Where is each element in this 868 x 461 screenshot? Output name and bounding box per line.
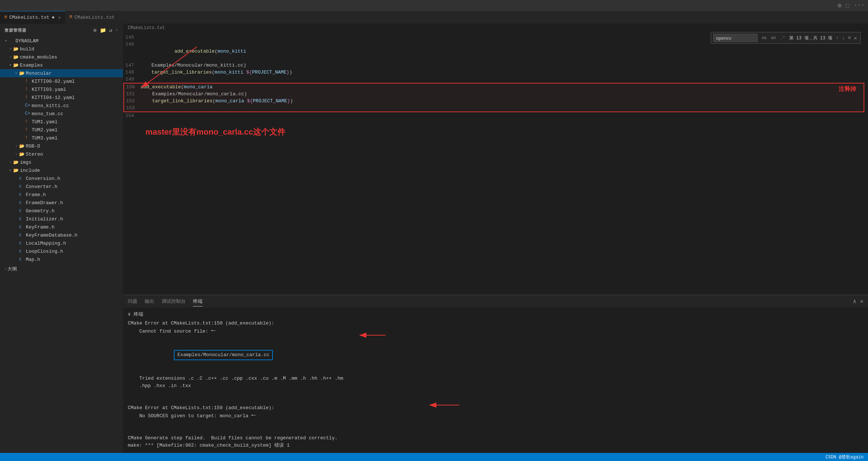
terminal-line-1: CMake Error at CMakeLists.txt:150 (add_e… bbox=[128, 320, 864, 327]
terminal-line-empty4 bbox=[128, 397, 864, 404]
sidebar-item-rgbd[interactable]: › 📂 RGB-D bbox=[0, 142, 123, 150]
regex-button[interactable]: .* bbox=[779, 35, 787, 41]
editor-area: CMakeLists.txt Aa ab .* 第 13 项，共 13 项 ↑ … bbox=[123, 24, 868, 453]
tab-icon-m2: M bbox=[70, 15, 72, 20]
panel-close-button[interactable]: ✕ bbox=[860, 298, 864, 305]
sidebar-item-converter[interactable]: C Converter.h bbox=[0, 182, 123, 191]
sidebar-item-kitti03[interactable]: ! KITTI03.yaml bbox=[0, 85, 123, 93]
sidebar-item-frame[interactable]: C Frame.h bbox=[0, 191, 123, 199]
sidebar-item-keyframe[interactable]: C KeyFrame.h bbox=[0, 223, 123, 231]
sidebar-item-converter-label: Converter.h bbox=[26, 184, 57, 189]
terminal-line-empty2 bbox=[128, 368, 864, 375]
search-prev-button[interactable]: ↑ bbox=[834, 35, 840, 41]
sidebar-item-cmake_modules[interactable]: › 📂 cmake_modules bbox=[0, 53, 123, 61]
window-controls[interactable]: ⚙ ⬚ ··· bbox=[838, 2, 864, 9]
tab-cmakelists-inactive[interactable]: M CMakeLists.txt bbox=[65, 11, 119, 24]
terminal-line-5: .hpp .hxx .in .txx bbox=[128, 382, 864, 390]
h-icon7: C bbox=[19, 225, 26, 229]
search-clear-button[interactable]: ≡ bbox=[847, 35, 852, 41]
sidebar-item-include[interactable]: ▾ 📂 include bbox=[0, 166, 123, 174]
arrow-icon-stereo: › bbox=[13, 152, 19, 156]
sidebar-item-kitti04[interactable]: ! KITTI04-12.yaml bbox=[0, 93, 123, 102]
terminal-line-2: Cannot find source file: ← bbox=[128, 327, 864, 335]
outline-section-header[interactable]: › 大纲 bbox=[0, 265, 123, 273]
line-num-147: 147 bbox=[123, 62, 140, 69]
panel-tab-debug[interactable]: 调试控制台 bbox=[162, 297, 186, 306]
panel-tab-terminal[interactable]: 终端 bbox=[193, 297, 203, 306]
panel-collapse-button[interactable]: ∧ bbox=[853, 298, 857, 305]
arrow-icon-imgs: › bbox=[7, 160, 13, 164]
sidebar-item-keyframe-label: KeyFrame.h bbox=[26, 224, 55, 230]
new-file-icon[interactable]: ⊕ bbox=[94, 27, 97, 33]
sidebar-item-tum1[interactable]: ! TUM1.yaml bbox=[0, 118, 123, 126]
panel-tab-output[interactable]: 输出 bbox=[145, 297, 154, 306]
new-folder-icon[interactable]: 📁 bbox=[100, 27, 106, 33]
collapse-icon[interactable]: ▫ bbox=[115, 27, 119, 33]
sidebar-item-kitti00[interactable]: ! KITTI00-02.yaml bbox=[0, 77, 123, 85]
h-icon10: C bbox=[19, 249, 26, 253]
match-case-button[interactable]: Aa bbox=[760, 35, 768, 41]
cpp-icon: C+ bbox=[25, 103, 32, 108]
line-num-149: 149 bbox=[123, 76, 140, 83]
sidebar-item-tum2[interactable]: ! TUM2.yaml bbox=[0, 126, 123, 134]
terminal-prompt-line: cgm@ubuntu:~/DynaSLAM$ █ bbox=[128, 449, 864, 453]
folder-icon-stereo: 📂 bbox=[19, 152, 26, 157]
sidebar-item-monocular-label: Monocular bbox=[26, 71, 52, 76]
sidebar-item-loopclosing[interactable]: C LoopClosing.h bbox=[0, 247, 123, 255]
sidebar-item-imgs[interactable]: › 📂 imgs bbox=[0, 158, 123, 166]
sidebar-item-initializer[interactable]: C Initializer.h bbox=[0, 215, 123, 223]
sidebar-item-tum3[interactable]: ! TUM3.yaml bbox=[0, 134, 123, 142]
sidebar-item-map-label: Map.h bbox=[26, 257, 40, 262]
sidebar-item-stereo[interactable]: › 📂 Stereo bbox=[0, 150, 123, 158]
cpp-icon2: C+ bbox=[25, 111, 32, 116]
arrow-icon-cmake: › bbox=[7, 55, 13, 59]
search-next-button[interactable]: ↓ bbox=[841, 35, 846, 41]
sidebar-item-monocular[interactable]: ▾ 📂 Monocular bbox=[0, 69, 123, 77]
line-num-152: 152 bbox=[124, 97, 141, 104]
line-content-146: add_executable(mono_kitti bbox=[140, 41, 868, 62]
h-icon1: C bbox=[19, 176, 26, 181]
h-icon9: C bbox=[19, 241, 26, 245]
sidebar-item-framedrawer[interactable]: C FrameDrawer.h bbox=[0, 199, 123, 207]
sidebar-item-geometry[interactable]: C Geometry.h bbox=[0, 207, 123, 215]
yaml-icon4: ! bbox=[25, 119, 32, 124]
arrow-icon-build: › bbox=[7, 47, 13, 51]
sidebar-item-mono-tum-label: mono_tum.cc bbox=[32, 111, 63, 117]
sidebar-item-build[interactable]: › 📂 build bbox=[0, 45, 123, 53]
tab-close-button[interactable]: ✕ bbox=[58, 15, 61, 20]
status-bar: CSDN @楚歌again bbox=[0, 453, 868, 461]
sidebar-item-conversion[interactable]: C Conversion.h bbox=[0, 174, 123, 182]
sidebar-tree: ▾ DYNASLAM › 📂 build › 📂 cmake_modules bbox=[0, 37, 123, 263]
sidebar-item-examples[interactable]: ▾ 📂 Examples bbox=[0, 61, 123, 69]
sidebar-item-dynaslam[interactable]: ▾ DYNASLAM bbox=[0, 37, 123, 45]
settings-icon[interactable]: ⚙ bbox=[838, 2, 841, 9]
folder-icon-examples: 📂 bbox=[13, 63, 20, 68]
sidebar-item-map[interactable]: C Map.h bbox=[0, 255, 123, 263]
tab-modified-dot: ● bbox=[52, 15, 55, 20]
terminal-line-6: CMake Error at CMakeLists.txt:150 (add_e… bbox=[128, 404, 864, 412]
search-input[interactable] bbox=[713, 34, 758, 42]
h-icon11: C bbox=[19, 257, 26, 262]
whole-word-button[interactable]: ab bbox=[769, 35, 777, 41]
refresh-icon[interactable]: ↺ bbox=[109, 27, 112, 33]
sidebar-item-keyframedatabase[interactable]: C KeyFrameDatabase.h bbox=[0, 231, 123, 239]
folder-icon-include: 📂 bbox=[13, 168, 20, 173]
folder-icon-build: 📂 bbox=[13, 46, 20, 52]
sidebar-item-mono-kitti[interactable]: C+ mono_kitti.cc bbox=[0, 102, 123, 110]
tab-bar: M CMakeLists.txt ● ✕ M CMakeLists.txt bbox=[0, 11, 868, 24]
sidebar-header: 资源管理器 ⊕ 📁 ↺ ▫ bbox=[0, 24, 123, 37]
code-line-149: 149 bbox=[123, 76, 868, 83]
sidebar-item-frame-label: Frame.h bbox=[26, 192, 46, 198]
sidebar-item-localmapping[interactable]: C LocalMapping.h bbox=[0, 239, 123, 247]
sidebar-item-mono-tum[interactable]: C+ mono_tum.cc bbox=[0, 110, 123, 118]
search-count: 第 13 项，共 13 项 bbox=[789, 35, 833, 41]
sidebar-item-kitti00-label: KITTI00-02.yaml bbox=[32, 79, 75, 84]
panel-tab-problems[interactable]: 问题 bbox=[128, 297, 137, 306]
more-icon[interactable]: ··· bbox=[854, 2, 864, 9]
arrow-icon: ▾ bbox=[3, 39, 9, 43]
search-close-button[interactable]: ✕ bbox=[853, 35, 858, 41]
sidebar-item-rgbd-label: RGB-D bbox=[26, 143, 40, 149]
tab-cmakelists-active[interactable]: M CMakeLists.txt ● ✕ bbox=[0, 11, 65, 24]
layout-icon[interactable]: ⬚ bbox=[846, 2, 850, 9]
yaml-icon2: ! bbox=[25, 87, 32, 92]
